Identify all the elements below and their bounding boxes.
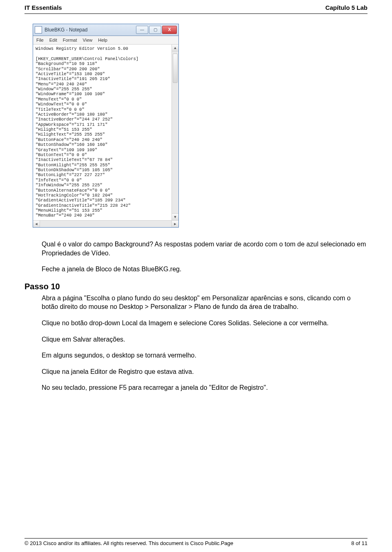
editor-client-area: Windows Registry Editor Version 5.00 [HK… [33, 45, 178, 220]
paragraph: Abra a página "Escolha o plano fundo do … [42, 294, 368, 311]
minimize-button[interactable]: — [136, 26, 148, 34]
menu-help[interactable]: Help [98, 38, 107, 42]
menu-view[interactable]: View [83, 38, 93, 42]
step-heading: Passo 10 [24, 281, 368, 292]
menu-file[interactable]: File [36, 38, 44, 42]
scroll-left-icon[interactable]: ◄ [33, 221, 40, 227]
scroll-thumb[interactable] [173, 54, 178, 83]
scroll-right-icon[interactable]: ► [172, 221, 178, 227]
paragraph: No seu teclado, pressione F5 para recarr… [42, 383, 368, 392]
notepad-window: BlueBKG - Notepad — ▢ X File Edit Format… [33, 24, 179, 228]
window-title: BlueBKG - Notepad [45, 27, 136, 33]
header-left: IT Essentials [24, 4, 62, 11]
menu-edit[interactable]: Edit [49, 38, 57, 42]
page-footer: © 2013 Cisco and/or its affiliates. All … [24, 538, 368, 546]
footer-right: 8 of 11 [351, 540, 368, 546]
footer-left: © 2013 Cisco and/or its affiliates. All … [24, 540, 233, 546]
paragraph: Em alguns segundos, o desktop se tornará… [42, 351, 368, 360]
vertical-scrollbar[interactable]: ▲ ▼ [172, 45, 178, 220]
paragraph: Clique em Salvar alterações. [42, 335, 368, 344]
document-body: Qual é o valor do campo Background? As r… [42, 240, 368, 392]
close-button[interactable]: X [162, 26, 177, 34]
horizontal-scrollbar[interactable]: ◄ ► [33, 220, 178, 227]
header-right: Capítulo 5 Lab [325, 4, 368, 11]
titlebar[interactable]: BlueBKG - Notepad — ▢ X [33, 24, 178, 36]
header-rule [24, 13, 368, 14]
editor-content[interactable]: Windows Registry Editor Version 5.00 [HK… [33, 45, 172, 220]
maximize-button[interactable]: ▢ [149, 26, 161, 34]
window-controls: — ▢ X [136, 26, 177, 34]
page: IT Essentials Capítulo 5 Lab BlueBKG - N… [0, 0, 392, 552]
paragraph: Clique no botão drop-down Local da Image… [42, 319, 368, 328]
scroll-up-icon[interactable]: ▲ [172, 45, 178, 51]
notepad-icon [35, 26, 42, 34]
paragraph: Feche a janela de Bloco de Notas BlueBKG… [42, 265, 368, 274]
paragraph: Clique na janela Editor de Registro que … [42, 367, 368, 376]
menu-format[interactable]: Format [63, 38, 77, 42]
menu-bar: File Edit Format View Help [33, 36, 178, 45]
scroll-down-icon[interactable]: ▼ [172, 213, 178, 220]
paragraph: Qual é o valor do campo Background? As r… [42, 240, 368, 257]
page-header: IT Essentials Capítulo 5 Lab [24, 4, 368, 11]
